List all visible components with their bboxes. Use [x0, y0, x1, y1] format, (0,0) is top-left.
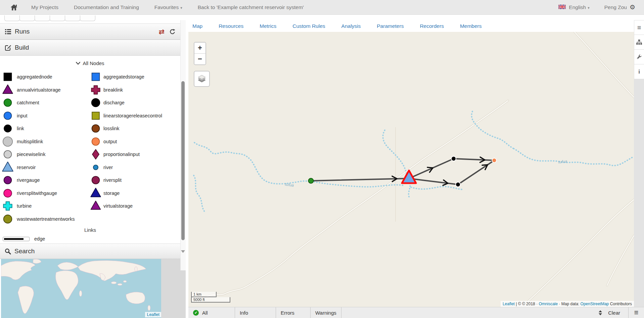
all-nodes-toggle[interactable]: All Nodes — [0, 56, 180, 70]
palette-node-link[interactable] — [2, 123, 13, 134]
palette-node-piecewiselink[interactable] — [2, 149, 13, 160]
search-panel-header[interactable]: Search — [0, 244, 180, 259]
input-shape-icon — [2, 110, 13, 121]
home-button[interactable] — [10, 4, 18, 11]
overview-minimap[interactable]: Leaflet — [1, 259, 161, 318]
filter-errors-button[interactable]: Errors — [276, 307, 311, 318]
network-edge[interactable] — [409, 159, 454, 178]
palette-node-riversplitwithgauge[interactable] — [2, 188, 13, 199]
palette-node-turbine[interactable] — [2, 200, 13, 212]
main-tab-bar: MapResourcesMetricsCustom RulesAnalysisP… — [188, 20, 634, 32]
network-edge[interactable] — [454, 159, 494, 160]
sitemap-icon — [636, 39, 642, 45]
map-node-output[interactable] — [492, 158, 497, 163]
palette-node-aggregatednode[interactable] — [2, 71, 13, 83]
osm-link[interactable]: OpenStreetMap — [581, 302, 609, 306]
palette-node-catchment[interactable] — [2, 97, 13, 108]
tab-stub[interactable] — [80, 15, 95, 21]
chevron-down-icon — [76, 62, 80, 65]
leaflet-link[interactable]: Leaflet — [503, 302, 515, 306]
palette-node-output[interactable] — [90, 136, 101, 147]
reservoir-shape-icon — [2, 162, 13, 173]
omniscale-link[interactable]: Omniscale — [539, 302, 558, 306]
tools-button[interactable] — [634, 50, 644, 64]
refresh-icon[interactable] — [169, 29, 176, 35]
network-tree-button[interactable] — [634, 35, 644, 50]
palette-node-label: storage — [103, 191, 179, 196]
node-palette: aggregatednodeaggregatedstorageannualvir… — [2, 70, 179, 225]
palette-node-wastewatertreatmentworks[interactable] — [2, 213, 13, 225]
info-button[interactable]: i — [634, 64, 644, 79]
palette-node-multisplitlink[interactable] — [2, 136, 13, 147]
panel-menu-button[interactable]: ≡ — [634, 20, 644, 35]
tab-metrics[interactable]: Metrics — [260, 23, 276, 29]
log-menu-button[interactable]: ≡ — [629, 308, 644, 317]
wastewatertreatmentworks-shape-icon — [2, 213, 13, 225]
catchment-shape-icon — [2, 97, 13, 108]
filter-info-button[interactable]: Info — [235, 307, 276, 318]
palette-node-reservoir[interactable] — [2, 162, 13, 173]
build-panel-header[interactable]: Build — [0, 40, 180, 56]
network-map-canvas[interactable]: tufuatufua + − 1 km 5000 ft Leaflet | © … — [188, 32, 634, 318]
tab-parameters[interactable]: Parameters — [377, 23, 404, 29]
palette-node-river[interactable] — [90, 162, 101, 173]
zoom-in-button[interactable]: + — [194, 43, 205, 54]
breaklink-shape-icon — [90, 84, 101, 96]
network-edge[interactable] — [458, 160, 494, 184]
aggregatednode-shape-icon — [2, 71, 13, 83]
palette-node-losslink[interactable] — [90, 123, 101, 134]
palette-node-label: turbine — [17, 203, 90, 209]
tab-resources[interactable]: Resources — [219, 23, 243, 29]
filter-all-button[interactable]: ✔ All — [188, 307, 235, 318]
zoom-out-button[interactable]: − — [194, 54, 205, 64]
palette-node-virtualstorage[interactable] — [90, 200, 101, 212]
nav-my-projects[interactable]: My Projects — [31, 4, 58, 10]
tasks-list-icon — [5, 29, 11, 35]
tab-members[interactable]: Members — [460, 23, 482, 29]
tab-analysis[interactable]: Analysis — [341, 23, 361, 29]
palette-node-linearstoragereleasecontrol[interactable] — [90, 110, 101, 121]
palette-node-annualvirtualstorage[interactable] — [2, 84, 13, 96]
palette-node-label: aggregatedstorage — [103, 74, 179, 80]
tab-stub[interactable] — [35, 15, 50, 21]
map-node-link[interactable] — [456, 182, 460, 187]
edge-palette-item[interactable]: edge — [0, 234, 180, 244]
tab-stub[interactable] — [4, 15, 20, 21]
tab-map[interactable]: Map — [192, 23, 202, 29]
minimap-leaflet-link[interactable]: Leaflet — [145, 312, 161, 317]
palette-node-aggregatedstorage[interactable] — [90, 71, 101, 83]
runs-panel-header[interactable]: Runs ⇄ — [0, 23, 180, 40]
sort-order-icon[interactable] — [599, 310, 602, 315]
map-node-catchment[interactable] — [309, 178, 314, 183]
palette-node-breaklink[interactable] — [90, 84, 101, 96]
palette-node-proportionalinput[interactable] — [90, 149, 101, 160]
palette-node-label: reservoir — [17, 165, 90, 170]
aggregatedstorage-shape-icon — [90, 71, 101, 83]
language-selector[interactable]: English▾ — [558, 4, 590, 10]
scale-ft: 5000 ft — [191, 297, 230, 303]
nav-back-link[interactable]: Back to 'Example catchment reservoir sys… — [198, 4, 304, 10]
tab-stub[interactable] — [19, 15, 35, 21]
palette-node-rivergauge[interactable] — [2, 174, 13, 186]
nav-favourites[interactable]: Favourites▾ — [154, 4, 182, 10]
palette-node-label: output — [103, 139, 179, 144]
palette-node-storage[interactable] — [90, 188, 101, 199]
nav-documentation[interactable]: Documentation and Training — [74, 4, 139, 10]
clear-log-button[interactable]: Clear — [608, 310, 620, 316]
tab-custom-rules[interactable]: Custom Rules — [292, 23, 325, 29]
chevron-down-icon: ▾ — [588, 6, 590, 10]
palette-node-input[interactable] — [2, 110, 13, 121]
sidebar-scrollbar-thumb[interactable] — [181, 81, 185, 240]
palette-node-discharge[interactable] — [90, 97, 101, 108]
tab-recorders[interactable]: Recorders — [420, 23, 444, 29]
map-node-link[interactable] — [451, 156, 456, 161]
filter-warnings-button[interactable]: Warnings — [311, 307, 341, 318]
compare-runs-icon[interactable]: ⇄ — [158, 28, 165, 35]
palette-node-riversplit[interactable] — [90, 174, 101, 186]
tab-stub[interactable] — [50, 15, 65, 21]
user-menu[interactable]: Peng Zou ⚙ — [604, 3, 635, 11]
tab-stub[interactable] — [65, 15, 80, 21]
layers-control[interactable] — [194, 71, 210, 87]
palette-node-label: multisplitlink — [17, 139, 90, 144]
scrollbar-down-arrow[interactable] — [181, 250, 185, 253]
